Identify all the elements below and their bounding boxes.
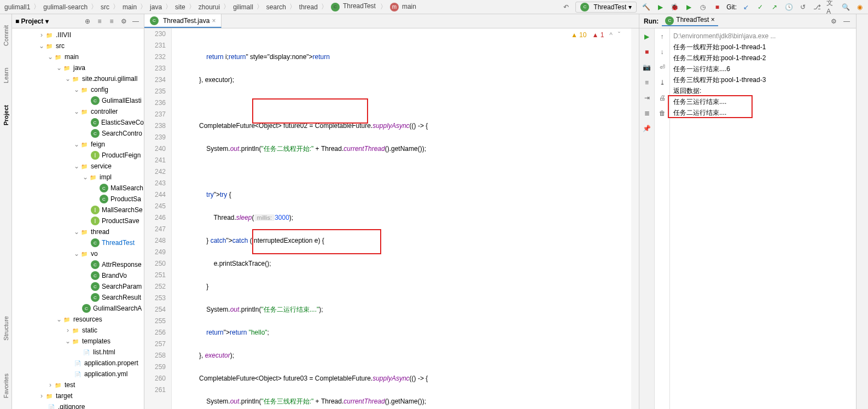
pin-icon[interactable]: 📌: [642, 124, 652, 133]
dump-icon[interactable]: ≣: [642, 108, 652, 118]
right-tool-strip: [856, 14, 868, 409]
inspection-summary[interactable]: ▲ 10 ▲ 1 ^ˇ: [571, 30, 620, 41]
run-toolbar-1: ▶ ■ 📷 ≡ ⇥ ≣ 📌: [639, 28, 655, 409]
git-update-icon[interactable]: ↙: [741, 2, 751, 12]
up-icon[interactable]: ↑: [657, 32, 667, 42]
stop-icon[interactable]: ■: [712, 2, 722, 12]
git-branch-icon[interactable]: ⎇: [812, 2, 822, 12]
git-commit-icon[interactable]: ✓: [755, 2, 765, 12]
crumb[interactable]: java: [149, 3, 163, 11]
wrap-icon[interactable]: ⏎: [657, 62, 667, 72]
crumb[interactable]: site: [174, 3, 187, 11]
screenshot-icon[interactable]: 📷: [642, 62, 652, 72]
editor-tab[interactable]: CThreadTest.java×: [144, 14, 222, 28]
highlight-box-2: [252, 229, 381, 254]
line-gutter: 2302312322332342352362372382392402412422…: [144, 28, 172, 409]
build-icon[interactable]: 🔨: [641, 2, 651, 12]
run-title: Run:: [644, 17, 659, 25]
favorites-tool[interactable]: Favorites: [3, 373, 9, 398]
expand-all-icon[interactable]: ≡: [95, 16, 104, 26]
console-output[interactable]: D:\environment\jdk8\bin\java.exe ... 任务一…: [670, 28, 856, 409]
project-panel: ■ Project ▾ ⊕ ≡ ≡ ⚙ — ›📁.IIIVII ⌄📁src ⌄📁…: [12, 14, 144, 409]
settings-icon[interactable]: ⚙: [119, 16, 129, 26]
crumb[interactable]: search: [265, 3, 287, 11]
structure-tool[interactable]: Structure: [3, 316, 9, 341]
crumb[interactable]: main: [121, 3, 138, 11]
commit-tool[interactable]: Commit: [3, 25, 9, 46]
highlight-box-1: [252, 98, 368, 124]
console-highlight-box: [668, 95, 753, 118]
editor-scrollbar[interactable]: [631, 28, 639, 409]
close-tab-icon[interactable]: ×: [212, 17, 215, 25]
toolbar-right: ↶ CThreadTest▾ 🔨 ▶ 🐞 ▶ ◷ ■ Git: ↙ ✓ ↗ 🕓 …: [561, 2, 865, 13]
git-rollback-icon[interactable]: ↺: [798, 2, 808, 12]
git-push-icon[interactable]: ↗: [770, 2, 779, 12]
crumb[interactable]: mmain: [389, 3, 418, 11]
translate-icon[interactable]: 文A: [826, 2, 836, 12]
gear-icon[interactable]: ⚙: [829, 16, 838, 26]
crumb[interactable]: src: [100, 3, 110, 11]
exit-icon[interactable]: ⇥: [642, 93, 652, 103]
git-label: Git:: [726, 3, 737, 11]
back-icon[interactable]: ↶: [561, 2, 571, 12]
crumb[interactable]: thread: [298, 3, 319, 11]
breadcrumb: gulimall1〉 gulimall-search〉 src〉 main〉 j…: [3, 2, 561, 11]
search-icon[interactable]: 🔍: [841, 2, 850, 12]
down-icon[interactable]: ↓: [657, 47, 667, 57]
project-tool[interactable]: Project: [3, 105, 9, 125]
coverage-icon[interactable]: ▶: [684, 2, 694, 12]
ide-settings-icon[interactable]: ◉: [855, 2, 865, 12]
crumb[interactable]: zhourui: [197, 3, 221, 11]
project-title: ■ Project ▾: [15, 17, 80, 25]
run-config-selector[interactable]: CThreadTest▾: [575, 2, 637, 13]
crumb[interactable]: gulimall1: [3, 3, 31, 11]
git-history-icon[interactable]: 🕓: [784, 2, 794, 12]
collapse-all-icon[interactable]: ≡: [107, 16, 116, 26]
select-opened-icon[interactable]: ⊕: [83, 16, 92, 26]
project-tree[interactable]: ›📁.IIIVII ⌄📁src ⌄📁main ⌄📁java ⌄📁site.zho…: [12, 28, 144, 409]
rerun-icon[interactable]: ▶: [642, 32, 652, 42]
run-tab[interactable]: CThreadTest ×: [662, 16, 718, 26]
stop-icon[interactable]: ■: [642, 47, 652, 57]
run-toolbar-2: ↑ ↓ ⏎ ⤓ 🖨 🗑: [655, 28, 670, 409]
hide-icon[interactable]: —: [131, 16, 141, 26]
clear-icon[interactable]: 🗑: [657, 108, 667, 118]
debug-icon[interactable]: 🐞: [669, 2, 679, 12]
learn-tool[interactable]: Learn: [3, 68, 9, 83]
top-bar: gulimall1〉 gulimall-search〉 src〉 main〉 j…: [0, 0, 868, 14]
profile-icon[interactable]: ◷: [698, 2, 708, 12]
hide-icon[interactable]: —: [842, 16, 852, 26]
scroll-icon[interactable]: ⤓: [657, 78, 667, 87]
editor-area: CThreadTest.java× 2302312322332342352362…: [144, 14, 639, 409]
run-panel: Run: CThreadTest × ⚙ — ▶ ■ 📷 ≡ ⇥ ≣ 📌 ↑ ↓…: [639, 14, 856, 409]
print-icon[interactable]: 🖨: [657, 93, 667, 103]
run-icon[interactable]: ▶: [655, 2, 665, 12]
crumb[interactable]: CThreadTest: [330, 2, 378, 11]
layout-icon[interactable]: ≡: [642, 78, 652, 87]
left-tool-strip: Commit Learn Project Structure Favorites: [0, 14, 12, 409]
code-editor[interactable]: 2302312322332342352362372382392402412422…: [144, 28, 639, 409]
crumb[interactable]: gilimall: [232, 3, 254, 11]
crumb[interactable]: gulimall-search: [42, 3, 89, 11]
